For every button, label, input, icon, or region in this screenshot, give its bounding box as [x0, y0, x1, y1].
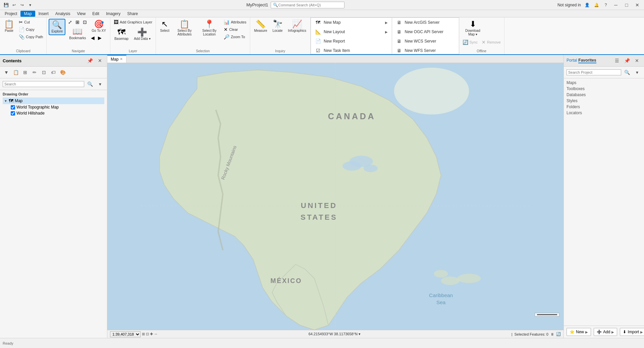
close-button[interactable]: ✕ — [633, 1, 641, 9]
copy-button[interactable]: 📄 Copy — [17, 26, 44, 33]
map-tab[interactable]: Map ✕ — [107, 55, 126, 63]
toolboxes-item[interactable]: Toolboxes — [567, 86, 641, 92]
contents-search-options[interactable]: ▾ — [96, 80, 104, 88]
folders-item[interactable]: Folders — [567, 104, 641, 110]
coord-arrow[interactable]: ▾ — [359, 332, 361, 336]
styles-item[interactable]: Styles — [567, 98, 641, 104]
explore-button[interactable]: 🔍 Explore — [49, 19, 65, 35]
scale-selector[interactable]: 1:39,407,318 ⊞ ⊡ ✚ ↔ — [110, 331, 158, 337]
group-button[interactable]: ⊡ — [40, 68, 48, 77]
symbology-button[interactable]: 🎨 — [58, 68, 67, 77]
menu-imagery[interactable]: Imagery — [103, 11, 124, 17]
favorites-tab[interactable]: Favorites — [578, 58, 596, 63]
draw-button[interactable]: ✏ — [30, 68, 39, 77]
filter-button[interactable]: ▼ — [2, 68, 11, 77]
right-panel-header: Portal Favorites ☰ 📌 ✕ — [564, 55, 644, 67]
menu-map[interactable]: Map — [20, 11, 35, 17]
refresh-indicator[interactable]: 🔄 — [556, 332, 561, 336]
close-panel-button[interactable]: ✕ — [96, 56, 104, 65]
right-search-options[interactable]: ▾ — [633, 68, 641, 77]
infographics-button[interactable]: 📈 Infographics — [286, 19, 308, 34]
new-server-submenu-container: 🖥 New ArcGIS Server 🖥 New OGC API Server… — [392, 17, 459, 54]
minimize-button[interactable]: ─ — [612, 1, 620, 9]
paste-button[interactable]: 📋 Paste — [2, 19, 16, 34]
user-icon[interactable]: 👤 — [584, 2, 590, 8]
select-by-location-button[interactable]: 📍 Select By Location — [198, 19, 221, 38]
portal-tab[interactable]: Portal — [567, 58, 577, 63]
right-panel-pin-button[interactable]: 📌 — [623, 56, 631, 65]
label-button[interactable]: 🏷 — [49, 68, 58, 77]
new-wfs-server-item[interactable]: 🖥 New WFS Server — [392, 46, 459, 55]
notification-icon[interactable]: 🔔 — [593, 2, 600, 8]
contents-search-input[interactable] — [3, 81, 84, 87]
undo-button[interactable]: ↩ — [11, 2, 17, 8]
menu-edit[interactable]: Edit — [89, 11, 103, 17]
menu-project[interactable]: Project — [1, 11, 20, 17]
databases-item[interactable]: Databases — [567, 92, 641, 98]
world-hillshade-layer-item[interactable]: World Hillshade — [3, 110, 104, 116]
cut-button[interactable]: ✂ Cut — [17, 19, 44, 25]
attributes-button[interactable]: 📊 Attributes — [222, 19, 248, 25]
back-button[interactable]: ◀ — [90, 34, 96, 41]
new-ogc-server-item[interactable]: 🖥 New OGC API Server — [392, 27, 459, 37]
contents-search-button[interactable]: 🔍 — [86, 80, 94, 88]
right-panel-close-button[interactable]: ✕ — [633, 56, 641, 65]
zoom-full-button[interactable]: ⤢ — [67, 19, 73, 25]
help-icon[interactable]: ? — [602, 2, 609, 8]
new-task-item[interactable]: ☑ New Task Item — [311, 46, 392, 54]
menu-insert[interactable]: Insert — [35, 11, 52, 17]
add-action-button[interactable]: ➕ Add ▶ — [594, 328, 617, 336]
right-panel-menu-button[interactable]: ☰ — [612, 56, 621, 65]
right-search-input[interactable] — [567, 69, 621, 75]
maximize-button[interactable]: □ — [623, 1, 631, 9]
forward-button[interactable]: ▶ — [97, 34, 103, 41]
dropdown-arrow-button[interactable]: ▾ — [27, 2, 34, 8]
new-report-item[interactable]: 📄 New Report — [311, 37, 392, 46]
add-layer-button[interactable]: ⊞ — [21, 68, 30, 77]
copy-path-button[interactable]: 📎 Copy Path — [17, 33, 44, 40]
go-to-xy-button[interactable]: 🎯 Go To XY — [90, 19, 108, 34]
map-tab-close[interactable]: ✕ — [120, 57, 123, 61]
select-by-attributes-button[interactable]: 📋 Select By Attributes — [173, 19, 196, 38]
new-wcs-server-item[interactable]: 🖥 New WCS Server — [392, 37, 459, 46]
zoom-to-button[interactable]: 🔎 Zoom To — [222, 33, 248, 40]
clear-button[interactable]: ✕ Clear — [222, 26, 248, 33]
world-topo-layer-item[interactable]: World Topographic Map — [3, 104, 104, 110]
zoom-layer-button[interactable]: ⊡ — [82, 19, 88, 25]
measure-button[interactable]: 📏 Measure — [252, 19, 269, 34]
new-map-item[interactable]: 🗺 New Map ▶ — [311, 18, 392, 27]
basemap-button[interactable]: 🗺 Basemap — [112, 27, 130, 42]
pause-indicator[interactable]: ⏸ — [550, 332, 554, 336]
layer-properties-button[interactable]: 📋 — [11, 68, 20, 77]
import-action-button[interactable]: ⬇ Import ▶ — [620, 328, 644, 336]
remove-button[interactable]: ✕ Remove — [480, 39, 502, 46]
redo-button[interactable]: ↪ — [19, 2, 25, 8]
locators-item[interactable]: Locators — [567, 110, 641, 116]
command-search-input[interactable] — [278, 3, 338, 7]
menu-view[interactable]: View — [73, 11, 89, 17]
map-layer-item[interactable]: ▼ 🗺 Map — [3, 97, 104, 104]
download-map-button[interactable]: ⬇ Download Map ▾ — [461, 19, 485, 38]
world-hillshade-checkbox[interactable] — [11, 111, 15, 116]
menu-share[interactable]: Share — [124, 11, 141, 17]
maps-item[interactable]: Maps — [567, 80, 641, 86]
select-button[interactable]: ↖ Select — [158, 19, 171, 34]
new-arcgis-server-item[interactable]: 🖥 New ArcGIS Server — [392, 18, 459, 27]
pin-button[interactable]: 📌 — [86, 56, 94, 65]
locate-button[interactable]: 🔭 Locate — [271, 19, 285, 34]
save-button[interactable]: 💾 — [3, 2, 9, 8]
add-graphics-layer-button[interactable]: 🖼 Add Graphics Layer — [112, 19, 154, 25]
command-search-box[interactable]: 🔍 — [271, 2, 344, 8]
menu-analysis[interactable]: Analysis — [52, 11, 74, 17]
world-topo-checkbox[interactable] — [11, 105, 15, 110]
right-search-button[interactable]: 🔍 — [623, 68, 631, 77]
add-data-button[interactable]: ➕ Add Data ▾ — [132, 27, 152, 42]
map-canvas[interactable]: CANADA UNITED STATES MÉXICO Rocky Mounta… — [107, 63, 564, 330]
new-layout-icon: 📐 — [315, 29, 321, 34]
zoom-extent-button[interactable]: ⊞ — [74, 19, 81, 25]
sync-button[interactable]: 🔄 Sync — [461, 39, 479, 46]
new-action-button[interactable]: ⭐ New ▶ — [567, 328, 591, 336]
new-layout-item[interactable]: 📐 New Layout ▶ — [311, 27, 392, 37]
bookmarks-button[interactable]: 📖 Bookmarks — [67, 26, 88, 41]
scale-select[interactable]: 1:39,407,318 — [110, 331, 141, 337]
